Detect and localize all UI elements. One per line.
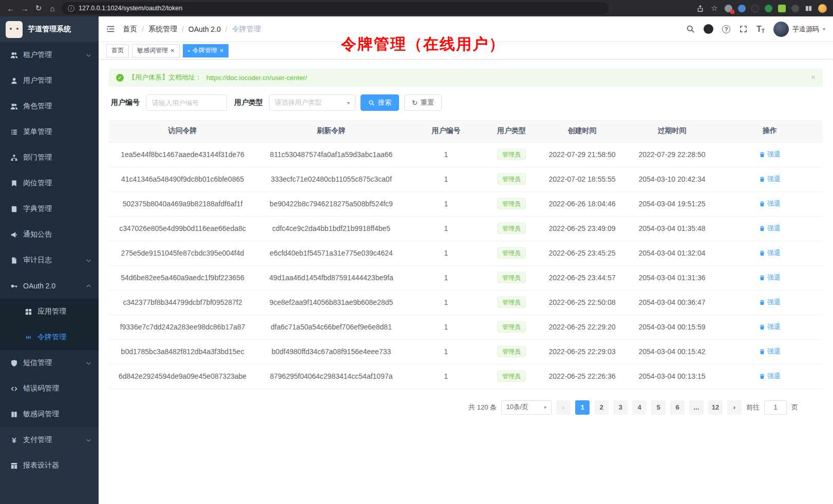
extension-icon-3[interactable] [751, 5, 759, 12]
address-bar[interactable]: i 127.0.0.1:1024/system/oauth2/token [62, 2, 609, 14]
breadcrumb-item[interactable]: 首页 [123, 25, 137, 34]
split-view-icon[interactable] [805, 5, 812, 12]
user-type-badge: 管理员 [497, 272, 526, 283]
force-logout-button[interactable]: 强退 [759, 347, 781, 356]
sidebar-item-app-mgmt[interactable]: 应用管理 [0, 299, 99, 324]
close-alert-icon[interactable]: × [811, 73, 816, 82]
tab-token-mgmt[interactable]: ● 令牌管理 × [183, 44, 229, 57]
page-button-1[interactable]: 1 [575, 400, 590, 415]
fullscreen-icon[interactable] [739, 25, 748, 33]
share-icon[interactable] [696, 5, 704, 12]
menu-list-icon [10, 128, 18, 136]
site-info-icon[interactable]: i [68, 5, 74, 12]
sidebar-item-pay-mgmt[interactable]: ¥ 支付管理 [0, 427, 99, 453]
page-button-6[interactable]: 6 [670, 400, 685, 415]
force-logout-button[interactable]: 强退 [759, 273, 781, 282]
user-type-select[interactable]: 请选择用户类型 ▾ [269, 94, 355, 111]
page-button-4[interactable]: 4 [632, 400, 647, 415]
prev-page-button[interactable]: ‹ [556, 400, 571, 415]
extension-badge [730, 10, 734, 14]
breadcrumb-item[interactable]: 系统管理 [148, 25, 177, 34]
search-button[interactable]: 搜索 [361, 94, 399, 111]
cell-expire-time: 2054-03-04 01:31:36 [627, 265, 717, 290]
sidebar-item-label: 部门管理 [23, 153, 91, 162]
cell-expire-time: 2054-03-04 01:32:04 [627, 241, 717, 265]
caret-down-icon: ▾ [544, 404, 546, 410]
sidebar-item-menu-mgmt[interactable]: 菜单管理 [0, 119, 99, 145]
active-dot-icon: ● [188, 49, 190, 52]
browser-profile-avatar[interactable] [818, 4, 827, 13]
cell-expire-time: 2054-03-04 19:51:25 [627, 191, 717, 216]
force-logout-button[interactable]: 强退 [759, 248, 781, 258]
sidebar-item-oauth2[interactable]: OAuth 2.0 [0, 273, 99, 299]
page-button-5[interactable]: 5 [651, 400, 666, 415]
sidebar-item-token-mgmt[interactable]: 令牌管理 [0, 324, 99, 350]
force-logout-button[interactable]: 强退 [759, 150, 781, 159]
breadcrumb-item[interactable]: OAuth 2.0 [188, 25, 221, 33]
bookmark-star-icon[interactable]: ☆ [710, 4, 719, 13]
force-logout-button[interactable]: 强退 [759, 372, 781, 381]
page-button-2[interactable]: 2 [594, 400, 609, 415]
cell-access-token: 502375b8040a469a9b82188afdf6af1f [109, 191, 256, 216]
sidebar-item-notice[interactable]: 通知公告 [0, 222, 99, 247]
user-id-input[interactable] [146, 94, 227, 111]
page-size-select[interactable]: 10条/页 ▾ [501, 400, 552, 415]
user-type-badge: 管理员 [497, 321, 526, 333]
forward-icon[interactable]: → [20, 4, 29, 13]
sidebar-toggle-icon[interactable] [106, 25, 115, 33]
tab-home[interactable]: 首页 [106, 44, 129, 57]
table-row: 54d6be82ee5a460a9aedc1f9bf223656 49d1aa4… [109, 265, 823, 290]
sidebar-item-report-designer[interactable]: 报表设计器 [0, 453, 99, 478]
extension-icon-2[interactable] [738, 5, 746, 12]
sidebar-item-error-code-mgmt[interactable]: 错误码管理 [0, 376, 99, 401]
page-ellipsis[interactable]: ... [689, 400, 704, 415]
sidebar-item-post-mgmt[interactable]: 岗位管理 [0, 170, 99, 196]
sidebar-item-sms-mgmt[interactable]: 短信管理 [0, 350, 99, 376]
reload-icon[interactable]: ↻ [34, 4, 43, 13]
navbar-tools: ? TT 芋道源码 ▾ [686, 22, 825, 37]
font-size-icon[interactable]: TT [756, 25, 765, 34]
close-tab-icon[interactable]: × [220, 47, 224, 54]
back-icon[interactable]: ← [6, 4, 15, 13]
sidebar-item-user-mgmt[interactable]: 用户管理 [0, 68, 99, 93]
extension-icon-4[interactable] [765, 5, 772, 12]
success-check-icon: ✓ [116, 74, 124, 82]
cell-user-id: 1 [406, 241, 486, 265]
github-icon[interactable] [704, 24, 713, 34]
alert-text: 【用户体系】文档地址： [128, 73, 202, 82]
force-logout-button[interactable]: 强退 [759, 199, 781, 208]
table-row: f9336e7c7dd242a283ee98dc86b17a87 dfa6c71… [109, 315, 823, 339]
pagination: 共 120 条 10条/页 ▾ ‹ 1 2 3 4 5 6 ... 12 › 前… [109, 400, 798, 415]
force-logout-button[interactable]: 强退 [759, 175, 781, 184]
sidebar-item-role-mgmt[interactable]: 角色管理 [0, 93, 99, 119]
user-menu[interactable]: 芋道源码 ▾ [773, 22, 825, 37]
force-logout-button[interactable]: 强退 [759, 298, 781, 307]
extension-icon-1[interactable] [725, 5, 732, 12]
sidebar-item-tenant-mgmt[interactable]: 租户管理 [0, 42, 99, 68]
sidebar-item-audit-log[interactable]: 审计日志 [0, 247, 99, 273]
close-tab-icon[interactable]: × [171, 47, 175, 54]
extension-icon-5[interactable] [778, 5, 786, 12]
sidebar-item-dict-mgmt[interactable]: 字典管理 [0, 196, 99, 222]
help-icon[interactable]: ? [722, 25, 730, 33]
goto-page-input[interactable] [764, 400, 787, 415]
token-broadcast-icon [25, 334, 32, 341]
sidebar-item-label: 菜单管理 [23, 127, 91, 137]
doc-link[interactable]: https://doc.iocoder.cn/user-center/ [206, 74, 307, 82]
page-button-3[interactable]: 3 [613, 400, 628, 415]
sidebar-item-label: 字典管理 [23, 204, 91, 214]
reset-button[interactable]: ↻ 重置 [404, 94, 442, 111]
cell-refresh-token: e6cfd40eb1f54571a31e775e039c4624 [256, 241, 406, 265]
next-page-button[interactable]: › [727, 400, 742, 415]
home-icon[interactable]: ⌂ [48, 4, 57, 13]
sidebar-item-sensitive-word-mgmt[interactable]: 敏感词管理 [0, 401, 99, 427]
sidebar-item-dept-mgmt[interactable]: 部门管理 [0, 145, 99, 170]
force-logout-button[interactable]: 强退 [759, 224, 781, 233]
user-type-badge: 管理员 [497, 297, 526, 308]
app-logo[interactable]: 芋道管理系统 [0, 16, 99, 42]
page-button-12[interactable]: 12 [708, 400, 723, 415]
extension-icon-6[interactable] [791, 5, 799, 12]
search-icon[interactable] [686, 25, 695, 33]
tab-sensitive-word[interactable]: 敏感词管理 × [132, 44, 180, 57]
force-logout-button[interactable]: 强退 [759, 322, 781, 332]
